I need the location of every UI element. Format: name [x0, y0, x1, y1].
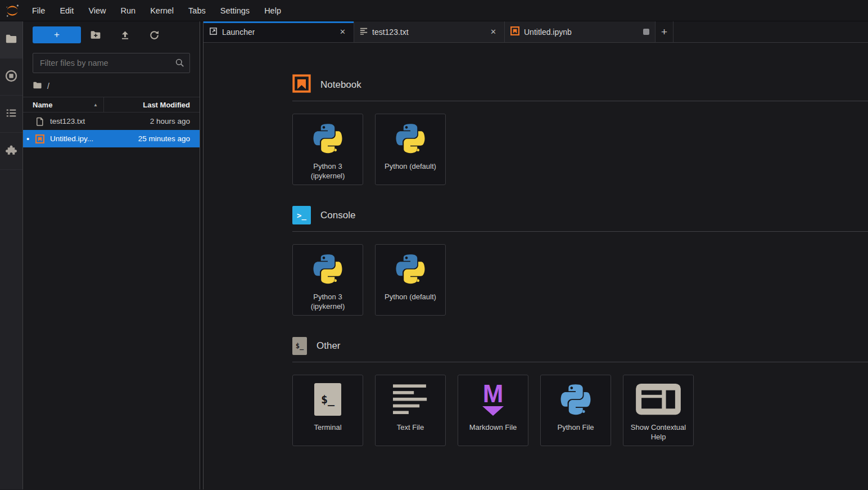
python-logo-icon: [313, 122, 343, 155]
launcher-section-other: $_ Other $_ Terminal: [292, 336, 868, 446]
menu-tabs[interactable]: Tabs: [181, 0, 213, 21]
kernel-name: Python 3 (ipykernel): [293, 293, 363, 311]
filter-files-input[interactable]: [33, 53, 190, 73]
card-label: Text File: [394, 423, 427, 433]
kernel-name: Python (default): [382, 162, 439, 172]
text-lines-icon: [393, 383, 428, 416]
breadcrumb[interactable]: /: [23, 75, 200, 97]
contextual-help-icon: [635, 383, 681, 416]
close-tab-icon[interactable]: ✕: [337, 26, 348, 37]
column-header-name[interactable]: Name ▲: [23, 101, 103, 109]
launcher-card-terminal[interactable]: $_ Terminal: [292, 375, 363, 446]
card-label: Python File: [554, 423, 596, 433]
section-title: Console: [320, 210, 355, 221]
file-row-test123[interactable]: test123.txt 2 hours ago: [23, 113, 200, 130]
file-modified: 25 minutes ago: [138, 134, 200, 143]
launcher-card-console-python3-ipykernel[interactable]: Python 3 (ipykernel): [292, 244, 363, 316]
file-browser-panel: +: [23, 21, 200, 489]
launcher-card-show-contextual-help[interactable]: Show Contextual Help: [623, 375, 694, 446]
menu-settings[interactable]: Settings: [213, 0, 257, 21]
text-file-icon: [34, 117, 46, 126]
section-title: Notebook: [320, 79, 361, 91]
dock-tab-bar: Launcher ✕ test123.txt ✕: [204, 21, 868, 43]
new-folder-button[interactable]: [81, 26, 110, 43]
kernel-name: Python 3 (ipykernel): [293, 162, 363, 181]
section-divider: [292, 362, 868, 362]
menu-help[interactable]: Help: [257, 0, 288, 21]
card-label: Terminal: [311, 423, 344, 433]
left-activity-bar: [0, 21, 23, 489]
console-icon: >_: [292, 206, 311, 224]
breadcrumb-root[interactable]: /: [47, 82, 49, 91]
menu-kernel[interactable]: Kernel: [143, 0, 181, 21]
launcher-body: Notebook Python 3 (ipykernel): [204, 43, 868, 489]
terminal-icon: $_: [314, 383, 341, 416]
python-file-icon: [560, 383, 591, 416]
launcher-icon: [209, 27, 218, 37]
tab-label: Untitled.ipynb: [524, 28, 572, 37]
refresh-file-list-button[interactable]: [139, 26, 169, 43]
jupyterlab-window: File Edit View Run Kernel Tabs Settings …: [0, 0, 868, 490]
markdown-icon: M: [482, 383, 504, 415]
home-folder-icon: [33, 80, 42, 92]
launcher-card-python-file[interactable]: Python File: [540, 375, 611, 446]
tab-label: Launcher: [222, 28, 255, 37]
new-tab-button[interactable]: +: [655, 21, 673, 42]
menu-run[interactable]: Run: [114, 0, 143, 21]
search-icon: [174, 57, 185, 70]
kernel-name: Python (default): [382, 293, 439, 302]
new-launcher-button[interactable]: +: [33, 26, 81, 43]
launcher-card-text-file[interactable]: Text File: [375, 375, 446, 446]
file-browser-toolbar: +: [23, 21, 200, 48]
jupyter-logo: [0, 0, 25, 21]
menu-file[interactable]: File: [25, 0, 52, 21]
folder-icon: [5, 33, 17, 47]
file-modified: 2 hours ago: [150, 117, 200, 125]
sidebar-tab-running-kernels[interactable]: [0, 59, 22, 96]
panel-splitter[interactable]: [200, 21, 204, 489]
tab-untitled-ipynb[interactable]: Untitled.ipynb: [505, 21, 655, 42]
notebook-icon: [34, 134, 46, 143]
file-name: Untitled.ipy...: [50, 134, 93, 143]
text-file-icon: [360, 27, 368, 37]
close-tab-icon[interactable]: ✕: [488, 26, 499, 37]
extensions-puzzle-icon: [5, 144, 17, 159]
launcher-section-console: >_ Console Python 3 (ipyke: [292, 206, 868, 316]
main-dock-area: Launcher ✕ test123.txt ✕: [204, 21, 868, 489]
python-logo-icon: [313, 252, 343, 286]
tab-test123-txt[interactable]: test123.txt ✕: [354, 21, 505, 42]
unsaved-changes-dot: •: [26, 134, 29, 143]
sidebar-tab-extensions[interactable]: [0, 133, 22, 170]
running-kernels-icon: [4, 69, 18, 85]
column-header-last-modified[interactable]: Last Modified: [104, 101, 200, 109]
file-row-untitled-notebook[interactable]: • Untitled.ipy... 25 minutes ago: [23, 130, 200, 147]
jupyter-logo-icon: [4, 2, 21, 19]
sidebar-tab-file-browser[interactable]: [0, 21, 22, 59]
filter-files-container: [33, 53, 190, 73]
file-name: test123.txt: [50, 117, 85, 125]
section-divider: [292, 101, 868, 101]
python-logo-icon: [395, 252, 426, 286]
launcher-card-notebook-python-default[interactable]: Python (default): [375, 114, 446, 185]
card-label: Markdown File: [467, 423, 520, 433]
launcher-card-console-python-default[interactable]: Python (default): [375, 244, 446, 316]
notebook-icon: [510, 26, 519, 37]
unsaved-indicator-icon[interactable]: [643, 29, 649, 35]
launcher-card-notebook-python3-ipykernel[interactable]: Python 3 (ipykernel): [292, 114, 363, 185]
tab-launcher[interactable]: Launcher ✕: [204, 21, 354, 42]
card-label: Show Contextual Help: [623, 423, 693, 442]
menu-edit[interactable]: Edit: [52, 0, 81, 21]
menu-view[interactable]: View: [81, 0, 113, 21]
file-list-header: Name ▲ Last Modified: [23, 97, 200, 113]
section-divider: [292, 231, 868, 232]
notebook-icon: [292, 74, 311, 95]
sidebar-tab-table-of-contents[interactable]: [0, 96, 22, 133]
launcher-section-notebook: Notebook Python 3 (ipykernel): [292, 75, 868, 185]
upload-files-button[interactable]: [110, 26, 139, 43]
terminal-icon: $_: [292, 337, 307, 355]
table-of-contents-icon: [5, 107, 17, 122]
tab-label: test123.txt: [372, 28, 409, 37]
section-title: Other: [317, 340, 341, 352]
launcher-card-markdown-file[interactable]: M Markdown File: [458, 375, 528, 446]
python-logo-icon: [395, 122, 426, 155]
